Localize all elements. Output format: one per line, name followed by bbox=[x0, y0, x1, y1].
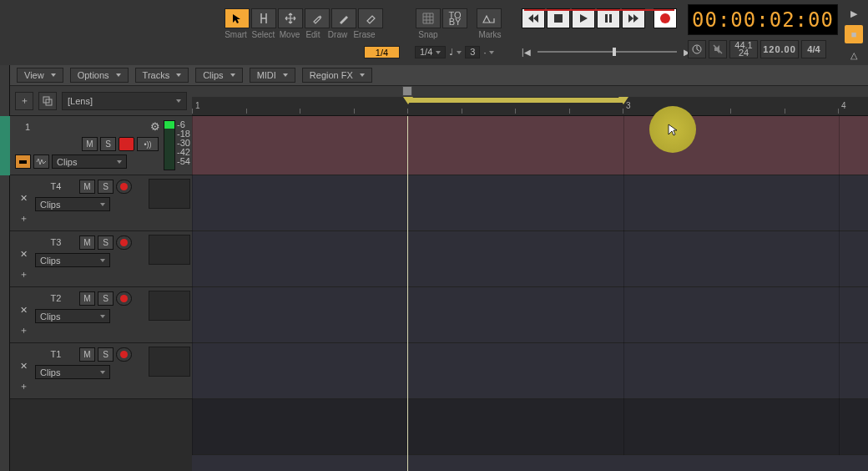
mute-indicator[interactable] bbox=[709, 40, 727, 58]
arm-record-button[interactable] bbox=[116, 180, 132, 194]
ruler-tick bbox=[300, 109, 300, 114]
sr-display[interactable]: 44.124 bbox=[729, 40, 758, 58]
record-indicator[interactable]: ■ bbox=[845, 25, 863, 43]
snap-triplet-dropdown[interactable]: 3 bbox=[465, 46, 480, 58]
regionfx-menu[interactable]: Region FX bbox=[302, 68, 372, 83]
mute-button[interactable]: M bbox=[79, 347, 95, 362]
arm-record-button[interactable] bbox=[116, 347, 132, 362]
clips-dropdown[interactable]: Clips bbox=[52, 154, 127, 169]
clips-dropdown[interactable]: Clips bbox=[35, 365, 110, 379]
transport-controls bbox=[522, 8, 677, 28]
chevron-down-icon bbox=[117, 160, 122, 164]
waveform-button[interactable] bbox=[33, 154, 49, 169]
clips-dropdown[interactable]: Clips bbox=[35, 253, 110, 267]
solo-button[interactable]: S bbox=[98, 347, 114, 362]
sub-track-t2[interactable]: ✕ ＋ T2 M S Clips bbox=[10, 287, 192, 343]
sub-track-t1[interactable]: ✕ ＋ T1 M S Clips bbox=[10, 343, 192, 399]
play-button[interactable] bbox=[572, 8, 595, 28]
remove-track-button[interactable]: ✕ bbox=[20, 361, 28, 372]
solo-button[interactable]: S bbox=[98, 291, 114, 306]
add-below-button[interactable]: ＋ bbox=[19, 268, 28, 281]
solo-button[interactable]: S bbox=[98, 180, 114, 194]
snap-value-dropdown[interactable]: 1/4 bbox=[415, 46, 446, 58]
remove-track-button[interactable]: ✕ bbox=[20, 193, 28, 204]
timesig-display[interactable]: 4/4 bbox=[801, 40, 826, 58]
rewind-button[interactable] bbox=[522, 8, 545, 28]
cursor-icon bbox=[666, 123, 679, 136]
smart-tool[interactable] bbox=[225, 8, 250, 28]
forward-button[interactable] bbox=[622, 8, 645, 28]
sub-track-t3[interactable]: ✕ ＋ T3 M S Clips bbox=[10, 231, 192, 287]
seek-handle[interactable] bbox=[613, 48, 616, 56]
record-button[interactable] bbox=[654, 8, 677, 28]
mute-button[interactable]: M bbox=[79, 291, 95, 306]
lane-t1[interactable] bbox=[192, 343, 868, 399]
mute-button[interactable]: M bbox=[79, 180, 95, 194]
options-menu[interactable]: Options bbox=[70, 68, 129, 83]
ruler[interactable]: 1 3 4 bbox=[192, 86, 868, 116]
sub-track-t4[interactable]: ✕ ＋ T4 M S Clips bbox=[10, 175, 192, 231]
grid-line bbox=[839, 116, 840, 455]
chevron-down-icon bbox=[100, 259, 105, 262]
now-marker-handle[interactable] bbox=[402, 86, 412, 96]
add-below-button[interactable]: ＋ bbox=[19, 380, 28, 392]
automation-read-button[interactable] bbox=[15, 154, 31, 169]
metronome-icon[interactable]: △ bbox=[845, 46, 863, 64]
audio-engine-button[interactable] bbox=[688, 40, 706, 58]
mute-button[interactable]: M bbox=[82, 137, 98, 151]
tempo-display[interactable]: 120.00 bbox=[760, 40, 799, 58]
arm-record-button[interactable] bbox=[119, 137, 134, 151]
mute-button[interactable]: M bbox=[79, 236, 95, 250]
arm-record-button[interactable] bbox=[116, 236, 132, 250]
tracks-menu[interactable]: Tracks bbox=[135, 68, 189, 83]
solo-button[interactable]: S bbox=[98, 236, 114, 250]
track-settings-icon[interactable]: ⚙ bbox=[150, 120, 160, 133]
midi-menu[interactable]: MIDI bbox=[250, 68, 295, 83]
add-below-button[interactable]: ＋ bbox=[19, 212, 28, 225]
chevron-down-icon bbox=[176, 99, 181, 103]
track-1[interactable]: 1 ⚙ M S •)) Clips -6 -18 -30 -42 bbox=[10, 116, 192, 175]
lens-dropdown[interactable]: [Lens] bbox=[62, 92, 187, 110]
seek-start-button[interactable]: |◀ bbox=[522, 48, 531, 57]
ruler-tick bbox=[730, 109, 731, 114]
pause-button[interactable] bbox=[597, 8, 620, 28]
lane-1[interactable] bbox=[192, 116, 868, 175]
edit-tool[interactable] bbox=[305, 8, 330, 28]
timeline[interactable]: 1 3 4 bbox=[192, 86, 868, 471]
solo-button[interactable]: S bbox=[100, 137, 116, 151]
loop-start-marker[interactable] bbox=[403, 97, 413, 104]
remove-track-button[interactable]: ✕ bbox=[20, 305, 28, 316]
clips-dropdown[interactable]: Clips bbox=[35, 197, 110, 211]
add-track-button[interactable]: ＋ bbox=[15, 92, 33, 110]
lane-t2[interactable] bbox=[192, 287, 868, 343]
lane-t4[interactable] bbox=[192, 175, 868, 231]
stop-button[interactable] bbox=[547, 8, 570, 28]
duplicate-track-button[interactable] bbox=[38, 92, 57, 110]
meter-bars bbox=[164, 120, 175, 170]
loop-end-marker[interactable] bbox=[618, 97, 628, 104]
select-tool[interactable] bbox=[251, 8, 276, 28]
erase-tool[interactable] bbox=[358, 8, 383, 28]
snap-to-by-button[interactable]: TOBY bbox=[442, 8, 467, 28]
expand-sidebar-button[interactable]: ▶ bbox=[845, 4, 863, 23]
clips-menu[interactable]: Clips bbox=[195, 68, 242, 83]
snap-grid-button[interactable] bbox=[416, 8, 441, 28]
move-tool[interactable] bbox=[278, 8, 303, 28]
loop-region[interactable] bbox=[407, 98, 623, 103]
lane-t3[interactable] bbox=[192, 231, 868, 287]
clips-dropdown[interactable]: Clips bbox=[35, 309, 110, 323]
landmarks-button[interactable] bbox=[477, 8, 502, 28]
note-duration[interactable]: 1/4 bbox=[364, 46, 400, 58]
lane-empty[interactable] bbox=[192, 399, 868, 455]
time-display[interactable]: 00:00:02:00 bbox=[688, 4, 838, 35]
svg-rect-6 bbox=[19, 160, 27, 164]
arm-record-button[interactable] bbox=[116, 291, 132, 306]
remove-track-button[interactable]: ✕ bbox=[20, 249, 28, 260]
move-label: Move bbox=[277, 30, 302, 39]
add-below-button[interactable]: ＋ bbox=[19, 324, 28, 337]
draw-tool[interactable] bbox=[331, 8, 356, 28]
view-menu[interactable]: View bbox=[17, 68, 63, 83]
monitor-button[interactable]: •)) bbox=[137, 137, 159, 151]
seek-slider[interactable] bbox=[537, 51, 678, 53]
playhead[interactable] bbox=[407, 116, 408, 471]
